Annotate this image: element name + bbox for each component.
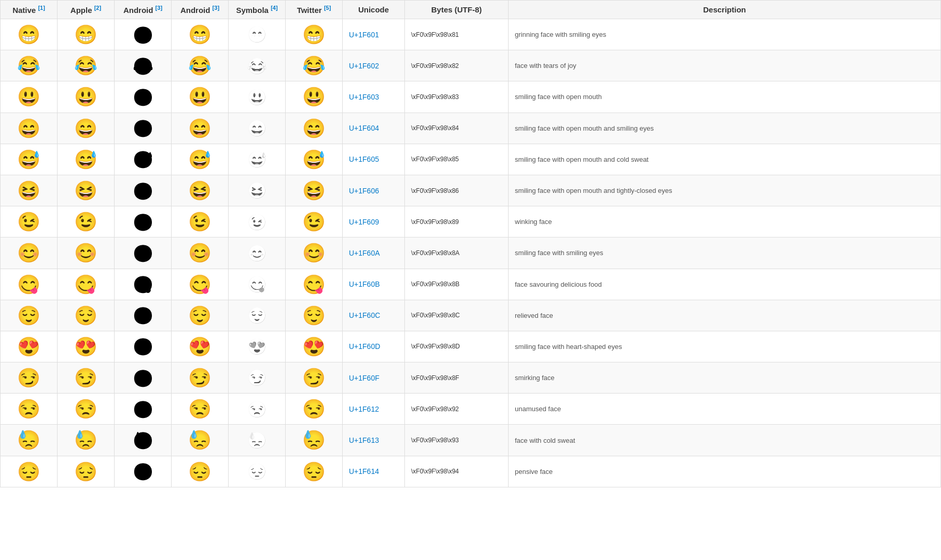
- bytes-value: \xF0\x9F\x98\x8F: [405, 362, 509, 394]
- unicode-value[interactable]: U+1F601: [343, 19, 405, 50]
- android2-emoji: 😔: [172, 456, 229, 487]
- bytes-value: \xF0\x9F\x98\x8C: [405, 300, 509, 331]
- unicode-value[interactable]: U+1F60C: [343, 300, 405, 331]
- table-row: 😍😍😍😍😍😍U+1F60D\xF0\x9F\x98\x8Dsmiling fac…: [1, 331, 941, 362]
- table-row: 😓😓😓😓😓😓U+1F613\xF0\x9F\x98\x93face with c…: [1, 425, 941, 456]
- native-emoji: 😄: [1, 113, 58, 144]
- unicode-value[interactable]: U+1F603: [343, 81, 405, 113]
- twitter-emoji: 😓: [286, 425, 343, 456]
- apple-emoji: 😊: [58, 237, 115, 269]
- bytes-value: \xF0\x9F\x98\x86: [405, 175, 509, 206]
- native-emoji: 😓: [1, 425, 58, 456]
- native-emoji: 😌: [1, 300, 58, 331]
- twitter-emoji: 😆: [286, 175, 343, 206]
- unicode-value[interactable]: U+1F613: [343, 425, 405, 456]
- bytes-value: \xF0\x9F\x98\x92: [405, 394, 509, 425]
- bytes-value: \xF0\x9F\x98\x82: [405, 50, 509, 81]
- col-header-twitter: Twitter [5]: [286, 1, 343, 19]
- symbola-emoji: 😋: [229, 269, 286, 300]
- table-row: 😔😔😔😔😔😔U+1F614\xF0\x9F\x98\x94pensive fac…: [1, 456, 941, 487]
- native-emoji: 😒: [1, 394, 58, 425]
- col-header-android1: Android [3]: [115, 1, 172, 19]
- description-value: smiling face with open mouth and tightly…: [509, 175, 941, 206]
- apple-emoji: 😔: [58, 456, 115, 487]
- description-value: smiling face with open mouth: [509, 81, 941, 113]
- bytes-value: \xF0\x9F\x98\x8B: [405, 269, 509, 300]
- table-row: 😆😆😆😆😆😆U+1F606\xF0\x9F\x98\x86smiling fac…: [1, 175, 941, 206]
- table-row: 😄😄😄😄😄😄U+1F604\xF0\x9F\x98\x84smiling fac…: [1, 113, 941, 144]
- native-emoji: 😍: [1, 331, 58, 362]
- bytes-value: \xF0\x9F\x98\x81: [405, 19, 509, 50]
- twitter-emoji: 😏: [286, 362, 343, 394]
- col-header-android2: Android [3]: [172, 1, 229, 19]
- table-row: 😊😊😊😊😊😊U+1F60A\xF0\x9F\x98\x8Asmiling fac…: [1, 237, 941, 269]
- table-row: 😉😉😉😉😉😉U+1F609\xF0\x9F\x98\x89winking fac…: [1, 206, 941, 237]
- symbola-emoji: 😆: [229, 175, 286, 206]
- android1-emoji: 😅: [115, 144, 172, 175]
- twitter-emoji: 😌: [286, 300, 343, 331]
- android1-emoji: 😆: [115, 175, 172, 206]
- table-row: 😒😒😒😒😒😒U+1F612\xF0\x9F\x98\x92unamused fa…: [1, 394, 941, 425]
- description-value: unamused face: [509, 394, 941, 425]
- apple-emoji: 😆: [58, 175, 115, 206]
- android2-emoji: 😃: [172, 81, 229, 113]
- symbola-emoji: 😂: [229, 50, 286, 81]
- android1-emoji: 😌: [115, 300, 172, 331]
- android1-emoji: 😄: [115, 113, 172, 144]
- android2-emoji: 😊: [172, 237, 229, 269]
- apple-emoji: 😅: [58, 144, 115, 175]
- native-emoji: 😁: [1, 19, 58, 50]
- twitter-emoji: 😅: [286, 144, 343, 175]
- twitter-sup: [5]: [324, 5, 331, 11]
- apple-emoji: 😓: [58, 425, 115, 456]
- symbola-emoji: 😃: [229, 81, 286, 113]
- native-sup: [1]: [38, 5, 45, 11]
- android1-emoji: 😊: [115, 237, 172, 269]
- bytes-value: \xF0\x9F\x98\x8D: [405, 331, 509, 362]
- twitter-emoji: 😊: [286, 237, 343, 269]
- description-value: smiling face with heart-shaped eyes: [509, 331, 941, 362]
- android1-emoji: 😍: [115, 331, 172, 362]
- table-row: 😃😃😃😃😃😃U+1F603\xF0\x9F\x98\x83smiling fac…: [1, 81, 941, 113]
- android2-emoji: 😁: [172, 19, 229, 50]
- apple-sup: [2]: [94, 5, 101, 11]
- twitter-emoji: 😃: [286, 81, 343, 113]
- unicode-value[interactable]: U+1F60F: [343, 362, 405, 394]
- symbola-emoji: 😅: [229, 144, 286, 175]
- apple-emoji: 😍: [58, 331, 115, 362]
- bytes-value: \xF0\x9F\x98\x8A: [405, 237, 509, 269]
- unicode-value[interactable]: U+1F612: [343, 394, 405, 425]
- col-header-apple: Apple [2]: [58, 1, 115, 19]
- unicode-value[interactable]: U+1F614: [343, 456, 405, 487]
- col-header-native: Native [1]: [1, 1, 58, 19]
- unicode-value[interactable]: U+1F609: [343, 206, 405, 237]
- android2-emoji: 😍: [172, 331, 229, 362]
- unicode-value[interactable]: U+1F604: [343, 113, 405, 144]
- apple-emoji: 😒: [58, 394, 115, 425]
- bytes-value: \xF0\x9F\x98\x89: [405, 206, 509, 237]
- symbola-emoji: 😍: [229, 331, 286, 362]
- unicode-value[interactable]: U+1F60B: [343, 269, 405, 300]
- unicode-value[interactable]: U+1F60D: [343, 331, 405, 362]
- unicode-value[interactable]: U+1F60A: [343, 237, 405, 269]
- symbola-emoji: 😉: [229, 206, 286, 237]
- android2-emoji: 😂: [172, 50, 229, 81]
- table-row: 😂😂😂😂😂😂U+1F602\xF0\x9F\x98\x82face with t…: [1, 50, 941, 81]
- android1-emoji: 😃: [115, 81, 172, 113]
- description-value: relieved face: [509, 300, 941, 331]
- symbola-emoji: 😒: [229, 394, 286, 425]
- native-emoji: 😉: [1, 206, 58, 237]
- twitter-emoji: 😂: [286, 50, 343, 81]
- android1-emoji: 😓: [115, 425, 172, 456]
- native-emoji: 😋: [1, 269, 58, 300]
- native-emoji: 😆: [1, 175, 58, 206]
- unicode-value[interactable]: U+1F606: [343, 175, 405, 206]
- android1-emoji: 😏: [115, 362, 172, 394]
- description-value: grinning face with smiling eyes: [509, 19, 941, 50]
- table-row: 😌😌😌😌😌😌U+1F60C\xF0\x9F\x98\x8Crelieved fa…: [1, 300, 941, 331]
- description-value: smiling face with open mouth and cold sw…: [509, 144, 941, 175]
- unicode-value[interactable]: U+1F605: [343, 144, 405, 175]
- android2-emoji: 😒: [172, 394, 229, 425]
- unicode-value[interactable]: U+1F602: [343, 50, 405, 81]
- col-header-description: Description: [509, 1, 941, 19]
